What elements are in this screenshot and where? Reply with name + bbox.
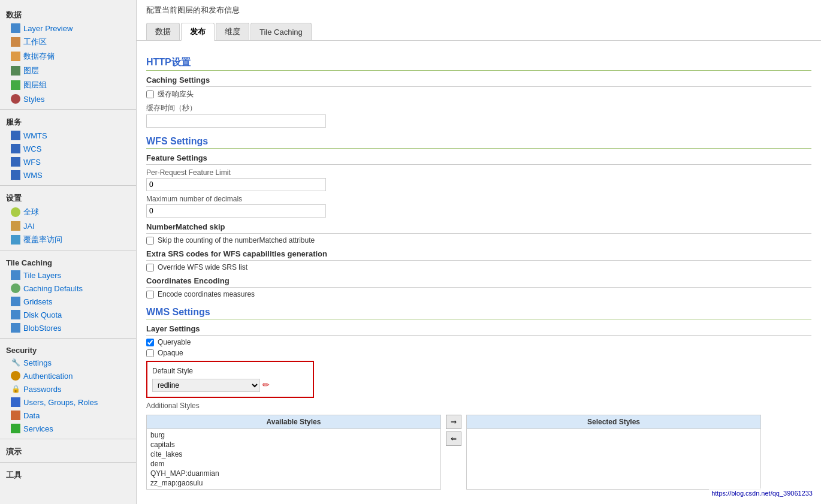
style-item-zz[interactable]: zz_map:gaosulu [149, 478, 438, 488]
wcs-icon [11, 144, 20, 153]
sec-settings-icon: 🔧 [11, 358, 20, 367]
number-matched-row: Skip the counting of the numberMatched a… [146, 236, 811, 245]
style-item-dem[interactable]: dem [149, 459, 438, 469]
sidebar-item-gridsets[interactable]: Gridsets [0, 295, 136, 308]
page-description: 配置当前图层的和发布信息 [137, 0, 821, 20]
sidebar-item-diskquota[interactable]: Disk Quota [0, 308, 136, 321]
coverage-icon [11, 235, 20, 245]
content-area: HTTP设置 Caching Settings 缓存响应头 缓存时间（秒） WF… [137, 41, 821, 497]
opaque-checkbox[interactable] [146, 349, 154, 357]
available-styles-panel: Available Styles burg capitals cite_lake… [146, 415, 441, 490]
sidebar-item-users[interactable]: Users, Groups, Roles [0, 396, 136, 409]
sidebar: 数据 Layer Preview 工作区 数据存储 图层 图层组 Styles [0, 0, 137, 504]
cache-response-checkbox[interactable] [146, 90, 154, 98]
sidebar-item-authentication[interactable]: Authentication [0, 369, 136, 382]
sidebar-item-blobstores[interactable]: BlobStores [0, 321, 136, 334]
available-styles-body[interactable]: burg capitals cite_lakes dem QYH_MAP:dua… [147, 429, 440, 489]
tab-dimension[interactable]: 维度 [216, 23, 249, 40]
tilelayers-icon [11, 270, 20, 280]
extra-srs-subheading: Extra SRS codes for WFS capabilities gen… [146, 249, 811, 261]
http-settings-heading: HTTP设置 [146, 56, 811, 71]
sidebar-item-workspace[interactable]: 工作区 [0, 35, 136, 49]
section-title-tools: 工具 [0, 466, 136, 482]
sidebar-item-wmts[interactable]: WMTS [0, 129, 136, 142]
section-title-demo: 演示 [0, 443, 136, 458]
sidebar-item-layer-preview[interactable]: Layer Preview [0, 22, 136, 35]
style-item-qyh[interactable]: QYH_MAP:duanmian [149, 469, 438, 478]
sidebar-section-security: Security 🔧 Settings Authentication 🔒 Pas… [0, 342, 136, 435]
sidebar-item-services-sec[interactable]: Services [0, 422, 136, 435]
section-title-data: 数据 [0, 6, 136, 22]
sidebar-item-cachingdefaults[interactable]: Caching Defaults [0, 282, 136, 295]
watermark: https://blog.csdn.net/qq_39061233 [709, 488, 815, 498]
cache-response-label: 缓存响应头 [158, 89, 194, 99]
divider-1 [0, 109, 136, 110]
passwords-icon: 🔒 [11, 384, 20, 394]
number-matched-checkbox[interactable] [146, 237, 154, 245]
edit-style-icon[interactable]: ✏ [262, 380, 270, 390]
style-item-cite_lakes[interactable]: cite_lakes [149, 449, 438, 459]
styles-panels-row: Available Styles burg capitals cite_lake… [146, 415, 811, 490]
layer-icon [11, 66, 20, 76]
sidebar-item-passwords[interactable]: 🔒 Passwords [0, 382, 136, 396]
cache-time-input[interactable] [146, 114, 326, 128]
style-item-burg[interactable]: burg [149, 430, 438, 440]
per-request-label: Per-Request Feature Limit [146, 168, 811, 177]
default-style-label: Default Style [152, 367, 308, 375]
sidebar-item-data[interactable]: Data [0, 409, 136, 422]
divider-6 [0, 462, 136, 463]
sidebar-item-wcs[interactable]: WCS [0, 142, 136, 155]
tab-tile-caching[interactable]: Tile Caching [250, 23, 312, 40]
cachingdefaults-icon [11, 283, 20, 293]
sidebar-item-wfs[interactable]: WFS [0, 155, 136, 168]
default-style-select[interactable]: redline burg capitals cite_lakes dem QYH… [152, 379, 260, 392]
tab-publish[interactable]: 发布 [181, 23, 215, 41]
sidebar-section-tile-caching: Tile Caching Tile Layers Caching Default… [0, 255, 136, 334]
sidebar-item-jai[interactable]: JAI [0, 219, 136, 233]
queryable-checkbox[interactable] [146, 339, 154, 346]
styles-icon [11, 94, 20, 104]
wfs-icon [11, 157, 20, 167]
tab-data[interactable]: 数据 [146, 23, 180, 40]
style-item-capitals[interactable]: capitals [149, 440, 438, 449]
sidebar-item-coverage[interactable]: 覆盖率访问 [0, 233, 136, 247]
services-icon [11, 424, 20, 433]
sidebar-item-sec-settings[interactable]: 🔧 Settings [0, 356, 136, 369]
selected-styles-panel: Selected Styles [466, 415, 761, 490]
sidebar-item-layergroup[interactable]: 图层组 [0, 78, 136, 92]
workspace-icon [11, 37, 20, 47]
gridsets-icon [11, 297, 20, 306]
sidebar-item-global[interactable]: 全球 [0, 205, 136, 219]
queryable-label: Queryable [158, 338, 191, 346]
sidebar-section-settings: 设置 全球 JAI 覆盖率访问 [0, 189, 136, 247]
per-request-input[interactable] [146, 178, 326, 191]
sidebar-section-tools: 工具 [0, 466, 136, 482]
cache-response-row: 缓存响应头 [146, 89, 811, 99]
sidebar-item-store[interactable]: 数据存储 [0, 49, 136, 64]
sidebar-item-wms[interactable]: WMS [0, 168, 136, 182]
store-icon [11, 52, 20, 61]
move-right-button[interactable]: ⇒ [446, 415, 461, 429]
move-left-button[interactable]: ⇐ [446, 431, 461, 446]
sidebar-item-tilelayers[interactable]: Tile Layers [0, 268, 136, 282]
sidebar-item-layer[interactable]: 图层 [0, 64, 136, 78]
override-srs-checkbox[interactable] [146, 264, 154, 271]
divider-3 [0, 251, 136, 251]
encode-coordinates-checkbox[interactable] [146, 291, 154, 298]
wms-settings-heading: WMS Settings [146, 307, 811, 319]
diskquota-icon [11, 310, 20, 319]
layer-preview-icon [11, 23, 20, 33]
wfs-settings-heading: WFS Settings [146, 136, 811, 149]
coordinates-encoding-subheading: Coordinates Encoding [146, 276, 811, 288]
section-title-tile-caching: Tile Caching [0, 255, 136, 268]
jai-icon [11, 221, 20, 231]
wms-icon [11, 170, 20, 180]
section-title-settings: 设置 [0, 189, 136, 205]
sidebar-section-demo: 演示 [0, 443, 136, 458]
divider-2 [0, 185, 136, 186]
sidebar-item-styles[interactable]: Styles [0, 92, 136, 105]
number-matched-checkbox-label: Skip the counting of the numberMatched a… [158, 236, 315, 245]
max-decimals-input[interactable] [146, 204, 326, 218]
selected-styles-body[interactable] [467, 429, 760, 489]
additional-styles-label: Additional Styles [146, 402, 811, 410]
